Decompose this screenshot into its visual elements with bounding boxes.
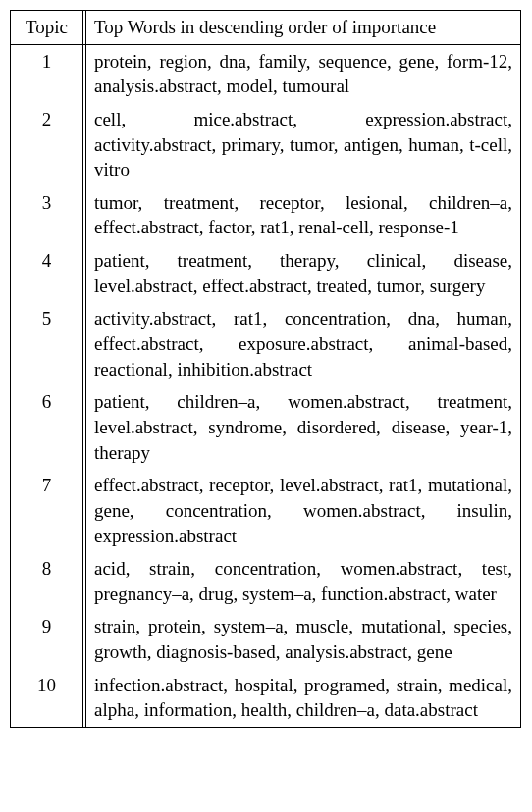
topic-words: activity.abstract, rat1, concentration, … (86, 302, 521, 385)
topic-number: 2 (11, 103, 83, 186)
table-row: 10 infection.abstract, hospital, program… (11, 669, 521, 728)
topic-number: 9 (11, 610, 83, 668)
table-row: 6 patient, children–a, women.abstract, t… (11, 385, 521, 469)
table-header-row: Topic Top Words in descending order of i… (11, 11, 521, 45)
topic-words: strain, protein, system–a, muscle, mutat… (86, 610, 521, 668)
header-words: Top Words in descending order of importa… (86, 11, 521, 45)
topic-number: 4 (11, 244, 83, 302)
table-row: 4 patient, treatment, therapy, clinical,… (11, 244, 521, 302)
topic-number: 7 (11, 469, 83, 552)
topic-number: 10 (11, 669, 83, 728)
topic-number: 6 (11, 385, 83, 469)
table-row: 5 activity.abstract, rat1, concentration… (11, 302, 521, 385)
topic-words: tumor, treatment, receptor, lesional, ch… (86, 186, 521, 244)
topic-number: 3 (11, 186, 83, 244)
topic-words: protein, region, dna, family, sequence, … (86, 44, 521, 103)
topics-table: Topic Top Words in descending order of i… (10, 10, 521, 728)
table-row: 3 tumor, treatment, receptor, lesional, … (11, 186, 521, 244)
table-row: 9 strain, protein, system–a, muscle, mut… (11, 610, 521, 668)
header-topic: Topic (11, 11, 83, 45)
topic-words: effect.abstract, receptor, level.abstrac… (86, 469, 521, 552)
topic-words: patient, treatment, therapy, clinical, d… (86, 244, 521, 302)
topic-words: cell, mice.abstract, expression.abstract… (86, 103, 521, 186)
topic-words: patient, children–a, women.abstract, tre… (86, 385, 521, 469)
table-row: 1 protein, region, dna, family, sequence… (11, 44, 521, 103)
topic-words: infection.abstract, hospital, programed,… (86, 669, 521, 728)
table-row: 2 cell, mice.abstract, expression.abstra… (11, 103, 521, 186)
table-row: 8 acid, strain, concentration, women.abs… (11, 552, 521, 610)
topic-number: 1 (11, 44, 83, 103)
topic-words: acid, strain, concentration, women.abstr… (86, 552, 521, 610)
table-row: 7 effect.abstract, receptor, level.abstr… (11, 469, 521, 552)
topic-number: 8 (11, 552, 83, 610)
topic-number: 5 (11, 302, 83, 385)
